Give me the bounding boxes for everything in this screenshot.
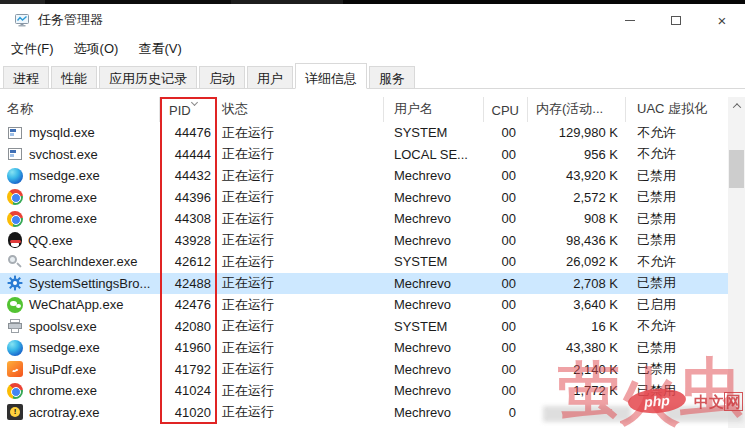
process-pid-cell: 44444	[160, 147, 216, 162]
process-user-cell: SYSTEM	[384, 254, 484, 269]
process-user-cell: SYSTEM	[384, 125, 484, 140]
vertical-scrollbar[interactable]	[728, 97, 745, 428]
details-table: 名称 PID 状态 用户名 CPU 内存(活动... UAC 虚拟化 mysql…	[0, 89, 745, 428]
process-uac-cell: 已禁用	[626, 231, 728, 249]
process-memory-cell: 2,140 K	[528, 362, 626, 377]
chrome-icon	[7, 189, 23, 205]
process-user-cell: LOCAL SE...	[384, 147, 484, 162]
process-status-cell: 正在运行	[216, 360, 384, 378]
process-uac-cell: 已禁用	[626, 360, 728, 378]
column-header-uac[interactable]: UAC 虚拟化	[626, 97, 728, 122]
process-cpu-cell: 00	[484, 297, 528, 312]
process-status-cell: 正在运行	[216, 274, 384, 292]
scrollbar-thumb[interactable]	[729, 150, 744, 188]
process-pid-cell: 41024	[160, 383, 216, 398]
process-pid-cell: 41792	[160, 362, 216, 377]
process-row[interactable]: msedge.exe 44432 正在运行 Mechrevo 00 43,920…	[0, 165, 728, 187]
process-pid-cell: 42612	[160, 254, 216, 269]
process-pid-cell: 42488	[160, 276, 216, 291]
process-row[interactable]: SearchIndexer.exe 42612 正在运行 SYSTEM 00 2…	[0, 251, 728, 273]
process-name-cell: !acrotray.exe	[0, 404, 160, 420]
process-memory-cell: 43,380 K	[528, 340, 626, 355]
process-row[interactable]: SystemSettingsBro... 42488 正在运行 Mechrevo…	[0, 273, 728, 295]
process-pid-cell: 42080	[160, 319, 216, 334]
process-status-cell: 正在运行	[216, 253, 384, 271]
process-uac-cell: 已禁用	[626, 167, 728, 185]
process-memory-cell: 2,708 K	[528, 276, 626, 291]
column-header-status[interactable]: 状态	[216, 97, 384, 122]
menu-view[interactable]: 查看(V)	[129, 37, 190, 61]
process-cpu-cell: 0	[484, 405, 528, 420]
process-row[interactable]: chrome.exe 41024 正在运行 Mechrevo 00 1,772 …	[0, 380, 728, 402]
menu-file[interactable]: 文件(F)	[2, 37, 63, 61]
column-header-cpu[interactable]: CPU	[484, 97, 528, 122]
process-row[interactable]: mysqld.exe 44476 正在运行 SYSTEM 00 129,980 …	[0, 122, 728, 144]
maximize-button[interactable]	[653, 4, 699, 36]
process-row[interactable]: WeChatApp.exe 42476 正在运行 Mechrevo 00 3,6…	[0, 294, 728, 316]
process-cpu-cell: 00	[484, 276, 528, 291]
process-name-cell: SystemSettingsBro...	[0, 275, 160, 291]
process-row[interactable]: spoolsv.exe 42080 正在运行 SYSTEM 00 16 K 不允…	[0, 316, 728, 338]
process-row[interactable]: svchost.exe 44444 正在运行 LOCAL SE... 00 95…	[0, 144, 728, 166]
scrollbar-up-arrow-icon[interactable]	[728, 97, 745, 114]
process-cpu-cell: 00	[484, 254, 528, 269]
process-memory-cell: 2,572 K	[528, 190, 626, 205]
table-header-row: 名称 PID 状态 用户名 CPU 内存(活动... UAC 虚拟化	[0, 97, 728, 122]
chrome-icon	[7, 211, 23, 227]
column-header-pid[interactable]: PID	[160, 97, 216, 122]
sort-descending-icon	[191, 99, 198, 106]
tab-performance[interactable]: 性能	[51, 66, 97, 88]
process-row[interactable]: JisuPdf.exe 41792 正在运行 Mechrevo 00 2,140…	[0, 359, 728, 381]
process-pid-cell: 41020	[160, 405, 216, 420]
process-status-cell: 正在运行	[216, 145, 384, 163]
column-header-name[interactable]: 名称	[0, 97, 160, 122]
process-cpu-cell: 00	[484, 340, 528, 355]
tab-strip: 进程 性能 应用历史记录 启动 用户 详细信息 服务	[0, 62, 745, 89]
process-user-cell: Mechrevo	[384, 297, 484, 312]
process-name-cell: QQ.exe	[0, 232, 160, 248]
task-manager-icon	[14, 12, 30, 28]
process-cpu-cell: 00	[484, 125, 528, 140]
process-row[interactable]: QQ.exe 43928 正在运行 Mechrevo 00 98,436 K 已…	[0, 230, 728, 252]
minimize-button[interactable]	[607, 4, 653, 36]
titlebar: 任务管理器 ×	[0, 4, 745, 36]
process-cpu-cell: 00	[484, 383, 528, 398]
process-uac-cell: 不允许	[626, 145, 728, 163]
menu-options[interactable]: 选项(O)	[65, 37, 128, 61]
search-icon	[7, 254, 23, 270]
process-pid-cell: 44308	[160, 211, 216, 226]
process-user-cell: Mechrevo	[384, 340, 484, 355]
tab-services[interactable]: 服务	[369, 66, 415, 88]
close-button[interactable]: ×	[699, 4, 745, 36]
process-status-cell: 正在运行	[216, 124, 384, 142]
process-pid-cell: 44396	[160, 190, 216, 205]
process-memory-cell: 129,980 K	[528, 125, 626, 140]
censored-uac-blur	[665, 406, 743, 422]
process-row[interactable]: chrome.exe 44396 正在运行 Mechrevo 00 2,572 …	[0, 187, 728, 209]
window-controls: ×	[607, 4, 745, 36]
process-uac-cell: 已启用	[626, 296, 728, 314]
printer-icon	[7, 318, 23, 334]
process-cpu-cell: 00	[484, 190, 528, 205]
process-pid-cell: 44476	[160, 125, 216, 140]
tab-app-history[interactable]: 应用历史记录	[99, 66, 197, 88]
process-uac-cell: 已禁用	[626, 339, 728, 357]
process-row[interactable]: msedge.exe 41960 正在运行 Mechrevo 00 43,380…	[0, 337, 728, 359]
process-user-cell: SYSTEM	[384, 319, 484, 334]
tab-startup[interactable]: 启动	[199, 66, 245, 88]
process-cpu-cell: 00	[484, 319, 528, 334]
process-memory-cell: 16 K	[528, 319, 626, 334]
tab-users[interactable]: 用户	[247, 66, 293, 88]
process-name-cell: msedge.exe	[0, 340, 160, 356]
column-header-memory[interactable]: 内存(活动...	[528, 97, 626, 122]
tab-processes[interactable]: 进程	[3, 66, 49, 88]
process-name-cell: chrome.exe	[0, 189, 160, 205]
process-row[interactable]: chrome.exe 44308 正在运行 Mechrevo 00 908 K …	[0, 208, 728, 230]
process-uac-cell: 不允许	[626, 124, 728, 142]
qq-icon	[8, 232, 22, 248]
process-user-cell: Mechrevo	[384, 211, 484, 226]
process-user-cell: Mechrevo	[384, 276, 484, 291]
tab-details[interactable]: 详细信息	[295, 63, 367, 89]
column-header-user[interactable]: 用户名	[384, 97, 484, 122]
chrome-icon	[7, 383, 23, 399]
